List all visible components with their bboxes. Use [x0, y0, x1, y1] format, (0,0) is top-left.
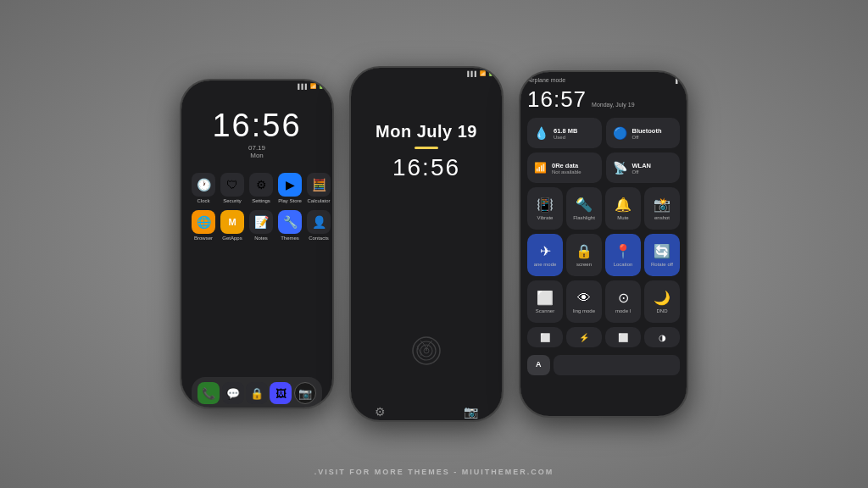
qs-dnd[interactable]: 🌙 DND: [644, 280, 680, 323]
mobile-label: 0Re data: [552, 162, 581, 169]
qs-extra-4[interactable]: ◑: [644, 327, 680, 347]
dock-camera[interactable]: 📷: [294, 382, 316, 404]
qs-bluetooth-tile[interactable]: 🔵 Bluetooth Off: [606, 118, 681, 148]
qs-grid-row2: ✈ ane mode 🔒 screen 📍 Location 🔄: [527, 234, 680, 276]
app-playstore[interactable]: ▶ Play Store: [278, 173, 302, 203]
extra-icon-4: ◑: [659, 333, 666, 342]
qs-extra-3[interactable]: ⬜: [605, 327, 641, 347]
status-icons-1: ▌▌▌ 📶 🔋: [298, 83, 324, 89]
lockscreen-bottom-icons: ⚙ 📷: [358, 405, 495, 419]
location-icon: 📍: [615, 243, 632, 259]
phone-2-screen: ▌▌▌ 📶 🔋 Mon July 19 16:56: [351, 68, 502, 420]
bluetooth-label: Bluetooth: [632, 127, 662, 135]
quick-settings-content: Airplane mode ▌ 16:57 Monday, July 19 💧: [520, 72, 687, 416]
data-value: 61.8 MB: [554, 127, 577, 135]
qs-top-bar: Airplane mode ▌: [527, 77, 680, 83]
flashlight-icon: 🔦: [576, 197, 593, 213]
themes-icon: 🔧: [278, 210, 302, 234]
qs-vibrate[interactable]: 📳 Vibrate: [527, 187, 563, 230]
phone-1-content: 16:56 07.19 Mon 🕐 Clock 🛡: [181, 94, 332, 408]
airplane-mode-label: Airplane mode: [527, 77, 565, 83]
security-label: Security: [223, 198, 242, 203]
app-calculator[interactable]: 🧮 Calculator: [307, 173, 331, 203]
qs-reading[interactable]: 👁 ling mode: [566, 280, 602, 323]
qs-screenshot[interactable]: 📸 enshot: [644, 187, 680, 230]
phone-1-status-bar: ▌▌▌ 📶 🔋: [181, 80, 332, 94]
getapps-label: GetApps: [222, 236, 242, 241]
extra-icon-1: ⬜: [540, 333, 550, 342]
app-getapps[interactable]: M GetApps: [220, 210, 244, 241]
scanner-label: Scanner: [536, 308, 554, 313]
playstore-icon: ▶: [278, 173, 302, 197]
lockscreen-accent-bar: [415, 147, 438, 149]
qs-mobile-tile[interactable]: 📶 0Re data Not available: [527, 152, 602, 183]
app-contacts[interactable]: 👤 Contacts: [307, 210, 331, 241]
display-icon: ⊙: [618, 290, 629, 306]
clock-date-1: 07.19 Mon: [188, 144, 326, 159]
clock-icon: 🕐: [192, 173, 215, 197]
qs-mute[interactable]: 🔔 Mute: [605, 187, 641, 230]
contacts-icon: 👤: [307, 210, 331, 234]
clock-label: Clock: [197, 198, 209, 203]
dock-gallery[interactable]: 🖼: [270, 382, 292, 404]
wlan-label: WLAN: [632, 162, 652, 169]
qs-airplane[interactable]: ✈ ane mode: [527, 234, 563, 276]
phone-2-status-bar: ▌▌▌ 📶 🔋: [351, 68, 502, 81]
settings-bottom-icon[interactable]: ⚙: [375, 405, 386, 419]
dock-messages[interactable]: 💬: [222, 382, 244, 404]
qs-scanner[interactable]: ⬜ Scanner: [527, 280, 563, 323]
status-icons-2: ▌▌▌ 📶 🔋: [467, 70, 493, 76]
reading-icon: 👁: [577, 291, 591, 306]
wifi-icon-2: 📶: [480, 70, 486, 76]
time-block-1: 16:56 07.19 Mon: [188, 109, 326, 159]
dock-lock[interactable]: 🔒: [246, 382, 268, 404]
app-themes[interactable]: 🔧 Themes: [278, 210, 302, 241]
airplane-label: ane mode: [534, 262, 557, 267]
signal-icon: ▌▌▌: [298, 84, 309, 89]
dock-phone[interactable]: 📞: [198, 382, 220, 404]
qs-extra-2[interactable]: ⚡: [566, 327, 602, 347]
keyboard-a-btn[interactable]: A: [527, 355, 550, 375]
clock-time-1: 16:56: [188, 109, 326, 141]
playstore-label: Play Store: [278, 198, 302, 203]
mute-icon: 🔔: [615, 197, 632, 213]
qs-wlan-tile[interactable]: 📡 WLAN Off: [606, 152, 681, 183]
qs-data-tile[interactable]: 💧 61.8 MB Used: [527, 118, 602, 148]
app-clock[interactable]: 🕐 Clock: [192, 173, 215, 203]
qs-tiles-row2: 📶 0Re data Not available 📡 WLAN Off: [527, 152, 680, 183]
data-tile-text: 61.8 MB Used: [554, 127, 577, 140]
camera-bottom-icon[interactable]: 📷: [464, 405, 478, 419]
extra-icon-2: ⚡: [579, 333, 589, 342]
qs-extra-1[interactable]: ⬜: [527, 327, 563, 347]
calculator-label: Calculator: [307, 198, 330, 203]
mobile-icon: 📶: [534, 162, 547, 174]
qs-location[interactable]: 📍 Location: [605, 234, 641, 276]
phone-2: ▌▌▌ 📶 🔋 Mon July 19 16:56: [349, 66, 504, 422]
app-grid-row2: 🌐 Browser M GetApps 📝 Notes 🔧: [188, 210, 326, 241]
phone-3: Airplane mode ▌ 16:57 Monday, July 19 💧: [519, 70, 688, 418]
rotate-icon: 🔄: [654, 243, 670, 259]
dnd-icon: 🌙: [654, 290, 670, 306]
signal-icon-2: ▌▌▌: [467, 71, 478, 76]
notes-label: Notes: [254, 236, 268, 241]
app-notes[interactable]: 📝 Notes: [249, 210, 273, 241]
app-settings[interactable]: ⚙ Settings: [249, 173, 273, 203]
security-icon: 🛡: [220, 173, 244, 197]
getapps-icon: M: [220, 210, 244, 234]
fingerprint-sensor[interactable]: [409, 334, 443, 371]
keyboard-spacer[interactable]: [554, 355, 681, 375]
phone-3-screen: Airplane mode ▌ 16:57 Monday, July 19 💧: [520, 72, 687, 416]
phones-container: ▌▌▌ 📶 🔋 16:56 07.19 Mon: [180, 66, 688, 422]
qs-rotate[interactable]: 🔄 Rotate off: [644, 234, 680, 276]
qs-flashlight[interactable]: 🔦 Flashlight: [566, 187, 602, 230]
browser-icon: 🌐: [192, 210, 215, 234]
contacts-label: Contacts: [309, 236, 329, 241]
location-label: Location: [614, 262, 633, 267]
qs-lockscreen[interactable]: 🔒 screen: [566, 234, 602, 276]
qs-display-mode[interactable]: ⊙ mode l: [605, 280, 641, 323]
vibrate-icon: 📳: [537, 197, 554, 213]
calculator-icon: 🧮: [307, 173, 331, 197]
wlan-sub: Off: [632, 169, 652, 175]
app-browser[interactable]: 🌐 Browser: [192, 210, 215, 241]
app-security[interactable]: 🛡 Security: [220, 173, 244, 203]
